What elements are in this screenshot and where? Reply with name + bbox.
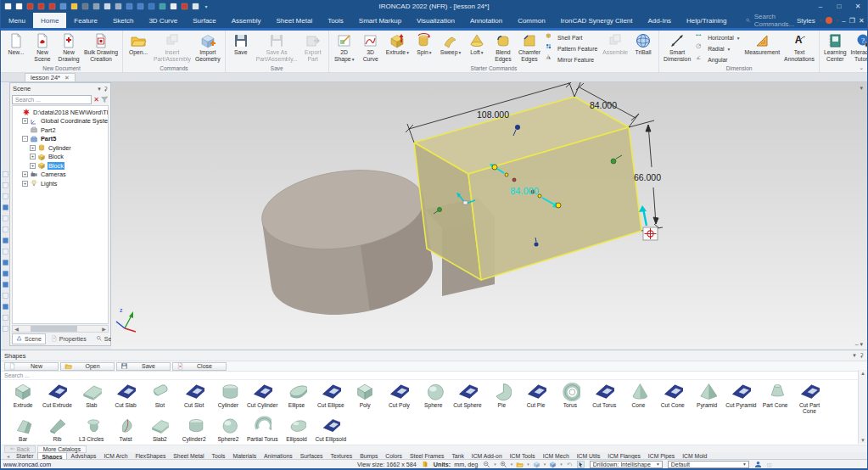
open-folder-icon[interactable] xyxy=(70,3,78,11)
scene-search-input[interactable]: Search ... xyxy=(12,95,92,104)
pattern-feature-button[interactable]: Pattern Feature xyxy=(543,43,600,54)
pointer-select-icon[interactable] xyxy=(577,461,585,468)
expand-icon[interactable]: + xyxy=(30,145,36,151)
catalog-item-sphere[interactable]: Sphere xyxy=(417,380,451,408)
catalog-item-ellipse[interactable]: Ellipse xyxy=(279,380,313,408)
scene-tree-item[interactable]: -Part5 xyxy=(13,135,108,144)
catalog-item-cut-poly[interactable]: Cut Poly xyxy=(382,380,416,408)
scene-tree-item[interactable]: +Cameras xyxy=(13,171,108,180)
catalog-item-cut-cone[interactable]: Cut Cone xyxy=(656,380,690,408)
interactive-tutorial-button[interactable]: ?InteractiveTutorial xyxy=(848,31,867,64)
expand-icon[interactable]: + xyxy=(30,154,36,159)
catalog-item-twist[interactable]: Twist xyxy=(109,414,143,442)
catalog-tabs-scroll-left[interactable]: ◂ xyxy=(4,453,12,459)
docked-catalog-icon[interactable] xyxy=(2,171,9,178)
catalog-item-bar[interactable]: Bar xyxy=(6,414,40,442)
save-icon[interactable] xyxy=(81,3,89,11)
ribbon-tab-sheet-metal[interactable]: Sheet Metal xyxy=(268,13,320,28)
catalog-item-ellipsoid[interactable]: Ellipsoid xyxy=(279,414,313,442)
scene-tree-item[interactable]: +Block xyxy=(13,161,108,171)
learning-center-button[interactable]: LearningCenter xyxy=(822,31,848,64)
catalog-item-pie[interactable]: Pie xyxy=(484,380,518,408)
triball-button[interactable]: TriBall xyxy=(630,31,656,57)
resize-grip[interactable]: ◫ xyxy=(767,462,772,467)
catalog-item-cut-part-cone[interactable]: Cut Part Cone xyxy=(792,380,826,414)
sweep-button[interactable]: Sweep▾ xyxy=(438,31,463,57)
clear-search-icon[interactable]: ✕ xyxy=(93,96,99,104)
ribbon-tab-help-training[interactable]: Help/Training xyxy=(679,13,734,28)
import-geometry-button[interactable]: ImportGeometry xyxy=(193,31,222,64)
docked-catalog-icon[interactable] xyxy=(2,292,9,299)
scene-hscrollbar[interactable]: ◀▶ xyxy=(12,325,109,333)
catalog-item-cut-torus[interactable]: Cut Torus xyxy=(587,380,621,408)
ribbon-tab-3d-curve[interactable]: 3D Curve xyxy=(141,13,185,28)
table-icon[interactable] xyxy=(191,3,199,11)
zoom-in-icon[interactable] xyxy=(500,461,507,468)
scene-tree-item[interactable]: +Lights xyxy=(13,179,108,188)
doc-close-button[interactable]: ✕ xyxy=(859,17,865,25)
document-tab[interactable]: lesson 24* ✕ xyxy=(25,73,76,81)
catalog-item-cut-ellipsoid[interactable]: Cut Ellipsoid xyxy=(314,414,348,442)
ribbon-tab-smart-markup[interactable]: Smart Markup xyxy=(351,13,409,28)
loft-button[interactable]: Loft▾ xyxy=(464,31,490,57)
catalog-new-button[interactable]: New xyxy=(4,362,59,371)
new-drawing-button[interactable]: NewDrawing xyxy=(56,31,81,64)
ribbon-tab-annotation[interactable]: Annotation xyxy=(462,13,510,28)
docked-catalog-icon[interactable] xyxy=(2,314,9,322)
docked-catalog-icon[interactable] xyxy=(2,248,9,255)
catalog-item-slab[interactable]: Slab xyxy=(75,380,109,408)
docked-catalog-icon[interactable] xyxy=(2,215,9,222)
shapes-dropdown-icon[interactable]: ▾ xyxy=(853,352,856,359)
catalog-item-partial-torus[interactable]: Partial Torus xyxy=(245,414,279,442)
2d-shape-button[interactable]: 2DShape▾ xyxy=(332,31,357,64)
catalog-item-l3-circles[interactable]: L3 Circles xyxy=(75,414,109,442)
ribbon-collapse-icon[interactable]: ⌄ xyxy=(859,64,864,71)
3d-curve-button[interactable]: 3DCurve xyxy=(358,31,384,64)
catalog-item-torus[interactable]: Torus xyxy=(553,380,587,408)
undo-icon[interactable] xyxy=(125,3,133,11)
style-select[interactable]: Default▾ xyxy=(668,461,749,468)
save-all-icon[interactable] xyxy=(92,3,100,11)
text-annotations-button[interactable]: ATextAnnotations xyxy=(782,31,816,64)
catalog-item-cut-sphere[interactable]: Cut Sphere xyxy=(451,380,484,408)
open-button[interactable]: Open... xyxy=(126,31,151,57)
catalog-item-cut-pyramid[interactable]: Cut Pyramid xyxy=(724,380,758,408)
user-icon[interactable] xyxy=(754,461,762,468)
app-icon[interactable] xyxy=(3,3,12,11)
scene-tree-item[interactable]: +Block xyxy=(13,153,108,162)
dropdown-caret-icon[interactable]: ▾ xyxy=(527,462,529,467)
catalog-open-button[interactable]: Open xyxy=(60,362,115,371)
dropdown-caret-icon[interactable]: ▾ xyxy=(544,462,546,467)
docked-catalog-icon[interactable] xyxy=(2,204,9,211)
new-document-icon[interactable] xyxy=(14,3,23,11)
qat-menu-icon[interactable]: ▾ xyxy=(202,3,210,11)
ribbon-tab-add-ins[interactable]: Add-Ins xyxy=(641,13,680,28)
document-icon[interactable] xyxy=(59,3,67,11)
catalog-item-poly[interactable]: Poly xyxy=(348,380,382,408)
doc-restore-button[interactable]: ❐ xyxy=(849,17,855,25)
maximize-button[interactable]: □ xyxy=(830,0,848,13)
expand-icon[interactable]: + xyxy=(30,163,36,169)
link-icon[interactable] xyxy=(114,3,122,11)
website-link[interactable]: www.ironcad.com xyxy=(1,461,103,468)
command-search[interactable]: Search Commands... xyxy=(746,13,797,28)
snapshot-icon[interactable] xyxy=(158,3,166,11)
catalog-close-button[interactable]: Close xyxy=(172,362,227,371)
undo-gray-icon[interactable] xyxy=(566,461,574,468)
catalog-item-cylinder2[interactable]: Cylinder2 xyxy=(176,414,210,442)
ribbon-tab-tools[interactable]: Tools xyxy=(320,13,351,28)
expand-icon[interactable]: + xyxy=(22,118,28,124)
collapse-icon[interactable]: - xyxy=(22,136,28,142)
ribbon-tab-home[interactable]: Home xyxy=(33,13,66,28)
save-button[interactable]: Save xyxy=(228,31,254,57)
minimize-button[interactable]: – xyxy=(811,0,830,13)
cube-view-icon[interactable] xyxy=(533,461,540,468)
list-icon[interactable] xyxy=(169,3,177,11)
monitor-icon[interactable] xyxy=(180,3,188,11)
dropdown-caret-icon[interactable]: ▾ xyxy=(494,462,496,467)
catalog-item-cut-cylinder[interactable]: Cut Cylinder xyxy=(245,380,279,408)
render-icon[interactable] xyxy=(103,3,111,11)
panel-expand-icon[interactable]: – ▾ xyxy=(855,341,863,348)
catalog-item-cylinder[interactable]: Cylinder xyxy=(211,380,245,408)
bulk-drawing-icon[interactable] xyxy=(48,3,56,11)
